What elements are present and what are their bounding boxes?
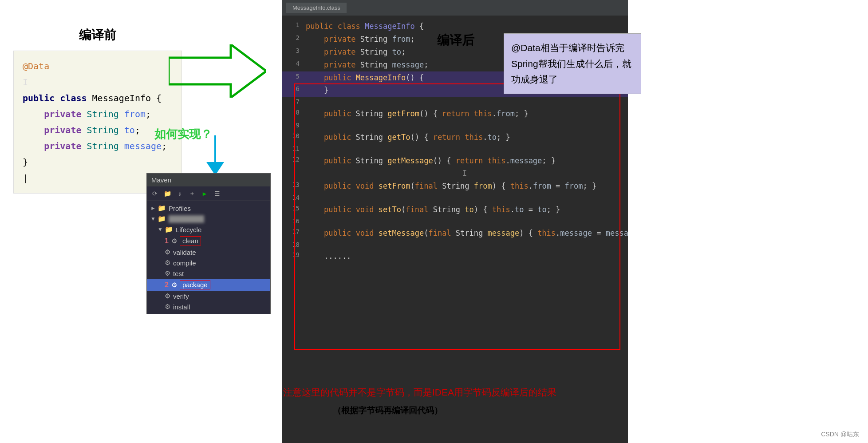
editor-tab[interactable]: MessageInfo.class: [286, 3, 347, 13]
code-line-18: 18: [282, 240, 628, 250]
project-label: XXXXXXX: [169, 215, 204, 223]
before-code-line4: private String message;: [23, 138, 173, 154]
annotation-text: @Data相当于编译时告诉完Spring帮我们生成什么后，就功成身退了: [511, 43, 631, 84]
play-icon[interactable]: ▶: [200, 189, 209, 198]
before-code-line3: private String to;: [23, 122, 173, 138]
watermark: CSDN @咕东: [821, 431, 859, 439]
code-line-7: 7: [282, 97, 628, 107]
project-folder-icon: 📁: [158, 215, 166, 223]
maven-header: Maven: [147, 174, 270, 186]
lifecycle-clean-item[interactable]: 1 ⚙ clean: [147, 235, 270, 247]
before-code-line2: private String from;: [23, 106, 173, 122]
gear-icon-install: ⚙: [165, 303, 170, 311]
before-code-cursor: I: [23, 74, 173, 90]
gear-icon-clean: ⚙: [171, 237, 177, 245]
code-line-19: 19 ......: [282, 250, 628, 263]
badge-1: 1: [165, 237, 169, 245]
gear-icon-compile: ⚙: [165, 259, 170, 267]
code-line-11: 11: [282, 144, 628, 154]
blue-arrow-down: [202, 135, 229, 175]
before-code-line5: }: [23, 154, 173, 170]
folder-icon[interactable]: 📁: [163, 189, 172, 198]
annotation-bubble: @Data相当于编译时告诉完Spring帮我们生成什么后，就功成身退了: [504, 33, 641, 94]
bottom-note: 注意这里的代码并不是字节码，而是IDEA用字节码反编译后的结果: [283, 386, 556, 399]
lifecycle-package-item[interactable]: 2 ⚙ package: [147, 279, 270, 291]
lifecycle-install-item[interactable]: ⚙ install: [147, 301, 270, 312]
compile-label: compile: [173, 259, 196, 267]
before-code-annotation: @Data: [23, 58, 173, 74]
code-line-1: 1 public class MessageInfo {: [282, 20, 628, 33]
profiles-arrow: ►: [150, 205, 156, 211]
test-label: test: [173, 270, 184, 277]
gear-icon-verify: ⚙: [165, 292, 170, 300]
package-label: package: [180, 280, 210, 289]
after-title: 编译后: [437, 32, 474, 49]
profiles-label: Profiles: [169, 205, 191, 212]
lifecycle-compile-item[interactable]: ⚙ compile: [147, 257, 270, 268]
install-label: install: [173, 303, 190, 311]
green-arrow-right: [169, 44, 266, 98]
code-line-9: 9: [282, 120, 628, 131]
lifecycle-folder-icon: 📁: [165, 225, 173, 233]
gear-icon-test: ⚙: [165, 269, 170, 277]
maven-panel: Maven ⟳ 📁 ⇓ + ▶ ☰ ► 📁 Profiles ▼ 📁 XXXXX…: [146, 173, 271, 314]
project-item[interactable]: ▼ 📁 XXXXXXX: [147, 214, 270, 224]
refresh-icon[interactable]: ⟳: [150, 189, 159, 198]
profiles-folder-icon: 📁: [158, 204, 166, 212]
badge-2: 2: [165, 281, 169, 289]
code-line-8: 8 public String getFrom() { return this.…: [282, 107, 628, 120]
lifecycle-validate-item[interactable]: ⚙ validate: [147, 247, 270, 257]
lifecycle-verify-item[interactable]: ⚙ verify: [147, 291, 270, 301]
before-code-box: @Data I public class MessageInfo { priva…: [13, 51, 182, 194]
maven-tree: ► 📁 Profiles ▼ 📁 XXXXXXX ▼ 📁 Lifecycle 1…: [147, 201, 270, 314]
code-line-cursor: I: [282, 167, 628, 180]
before-title: 编译前: [13, 27, 182, 44]
lifecycle-test-item[interactable]: ⚙ test: [147, 268, 270, 279]
validate-label: validate: [173, 249, 196, 256]
maven-toolbar: ⟳ 📁 ⇓ + ▶ ☰: [147, 186, 270, 201]
lifecycle-label: Lifecycle: [176, 226, 201, 233]
before-section: 编译前 @Data I public class MessageInfo { p…: [13, 27, 182, 194]
editor-topbar: MessageInfo.class: [282, 0, 628, 16]
profiles-item[interactable]: ► 📁 Profiles: [147, 203, 270, 214]
menu-icon[interactable]: ☰: [213, 189, 221, 198]
gear-icon-validate: ⚙: [165, 248, 170, 256]
verify-label: verify: [173, 293, 189, 300]
code-line-12: 12 public String getMessage() { return t…: [282, 154, 628, 167]
svg-marker-0: [169, 44, 266, 98]
code-line-13: 13 public void setFrom(final String from…: [282, 180, 628, 193]
lifecycle-item[interactable]: ▼ 📁 Lifecycle: [147, 224, 270, 235]
before-code-line1: public class MessageInfo {: [23, 90, 173, 106]
code-line-15: 15 public void setTo(final String to) { …: [282, 203, 628, 216]
add-icon[interactable]: +: [188, 189, 197, 198]
gear-icon-package: ⚙: [171, 281, 177, 289]
code-line-17: 17 public void setMessage(final String m…: [282, 227, 628, 240]
code-line-14: 14: [282, 193, 628, 203]
bottom-note-sub: （根据字节码再编译回代码）: [333, 405, 442, 416]
code-line-10: 10 public String getTo() { return this.t…: [282, 131, 628, 144]
code-line-16: 16: [282, 216, 628, 227]
download-icon[interactable]: ⇓: [175, 189, 184, 198]
project-arrow: ▼: [150, 216, 156, 222]
clean-label: clean: [180, 236, 201, 245]
lifecycle-arrow: ▼: [158, 226, 163, 233]
